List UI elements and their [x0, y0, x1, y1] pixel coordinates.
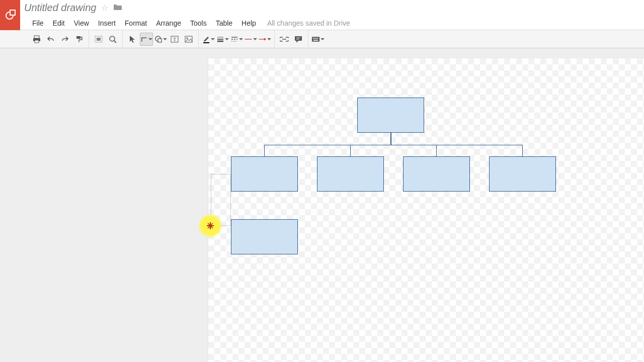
save-status: All changes saved in Drive — [267, 19, 350, 27]
shape-child2[interactable] — [317, 156, 384, 192]
line-icon — [140, 35, 148, 43]
svg-rect-11 — [158, 39, 162, 42]
folder-icon[interactable] — [113, 4, 122, 12]
fit-icon — [95, 35, 103, 43]
line-color-button[interactable] — [202, 33, 215, 46]
shape-leaf1[interactable] — [231, 219, 298, 254]
input-tools-icon — [311, 36, 320, 42]
zoom-button[interactable] — [106, 33, 119, 46]
comment-icon — [294, 35, 302, 43]
line-end-button[interactable] — [258, 33, 271, 46]
star-icon[interactable]: ☆ — [101, 3, 108, 13]
menu-edit[interactable]: Edit — [49, 17, 69, 29]
menu-file[interactable]: File — [28, 17, 48, 29]
menu-arrange[interactable]: Arrange — [152, 17, 185, 29]
chevron-down-icon — [320, 38, 325, 40]
drawings-logo[interactable] — [0, 0, 20, 30]
drawing-canvas[interactable] — [208, 58, 644, 362]
connector[interactable] — [264, 145, 265, 156]
menu-table[interactable]: Table — [212, 17, 236, 29]
connector[interactable] — [522, 145, 523, 156]
line-weight-icon — [216, 35, 224, 43]
shape-child1[interactable] — [231, 156, 298, 192]
svg-rect-30 — [314, 38, 315, 39]
svg-rect-2 — [34, 36, 39, 38]
chevron-down-icon — [225, 38, 229, 40]
line-start-icon — [244, 37, 253, 42]
svg-line-9 — [114, 41, 116, 43]
chevron-down-icon — [267, 38, 271, 40]
shape-icon — [154, 35, 163, 43]
app-bar: Untitled drawing ☆ File Edit View Insert… — [0, 0, 644, 30]
toolbar: T — [0, 30, 644, 48]
input-tools-button[interactable] — [311, 33, 325, 46]
selection-rect — [211, 174, 231, 226]
menu-bar: File Edit View Insert Format Arrange Too… — [28, 17, 350, 29]
svg-rect-25 — [295, 36, 302, 41]
shape-child3[interactable] — [403, 156, 470, 192]
zoom-fit-button[interactable] — [92, 33, 105, 46]
line-color-icon — [202, 35, 210, 43]
image-icon — [185, 35, 193, 43]
drawings-icon — [4, 9, 16, 21]
select-icon — [129, 35, 136, 43]
svg-rect-29 — [313, 38, 314, 39]
paint-format-icon — [75, 35, 83, 43]
shape-tool[interactable] — [154, 33, 167, 46]
chevron-down-icon — [163, 38, 167, 40]
chevron-down-icon — [211, 38, 215, 40]
zoom-icon — [109, 35, 117, 43]
menu-format[interactable]: Format — [121, 17, 151, 29]
svg-rect-16 — [203, 42, 209, 43]
line-tool[interactable] — [140, 33, 153, 46]
chevron-down-icon — [239, 38, 243, 40]
connector[interactable] — [350, 145, 351, 156]
undo-icon — [47, 35, 55, 43]
link-icon — [280, 36, 289, 42]
print-button[interactable] — [30, 33, 43, 46]
svg-rect-5 — [76, 36, 80, 39]
undo-button[interactable] — [44, 33, 57, 46]
chevron-down-icon — [253, 38, 257, 40]
shape-child4[interactable] — [489, 156, 556, 192]
print-icon — [33, 35, 41, 43]
menu-view[interactable]: View — [70, 17, 93, 29]
textbox-tool[interactable]: T — [168, 33, 181, 46]
shape-root[interactable] — [357, 98, 424, 133]
svg-rect-33 — [313, 39, 318, 40]
line-dash-icon — [230, 35, 238, 43]
svg-rect-32 — [317, 38, 318, 39]
select-tool[interactable] — [126, 33, 139, 46]
connector[interactable] — [390, 133, 391, 145]
paint-format-button[interactable] — [72, 33, 86, 46]
image-tool[interactable] — [182, 33, 195, 46]
redo-button[interactable] — [58, 33, 71, 46]
connector[interactable] — [436, 145, 437, 156]
line-end-icon — [258, 37, 267, 42]
textbox-icon: T — [171, 35, 179, 43]
svg-rect-7 — [97, 38, 101, 41]
menu-help[interactable]: Help — [237, 17, 260, 29]
line-start-button[interactable] — [244, 33, 257, 46]
svg-point-15 — [187, 37, 188, 39]
line-dash-button[interactable] — [230, 33, 243, 46]
svg-rect-28 — [312, 37, 319, 41]
insert-link-button[interactable] — [278, 33, 291, 46]
chevron-down-icon — [148, 38, 152, 40]
svg-point-8 — [110, 36, 115, 41]
svg-rect-31 — [316, 38, 317, 39]
svg-rect-4 — [35, 40, 39, 43]
insert-comment-button[interactable] — [292, 33, 305, 46]
workspace[interactable] — [0, 48, 644, 362]
menu-insert[interactable]: Insert — [94, 17, 120, 29]
line-weight-button[interactable] — [216, 33, 229, 46]
document-title[interactable]: Untitled drawing — [24, 2, 96, 14]
svg-text:T: T — [173, 37, 176, 42]
svg-rect-1 — [10, 10, 15, 15]
connector[interactable] — [265, 145, 523, 145]
redo-icon — [61, 35, 69, 43]
menu-tools[interactable]: Tools — [186, 17, 211, 29]
